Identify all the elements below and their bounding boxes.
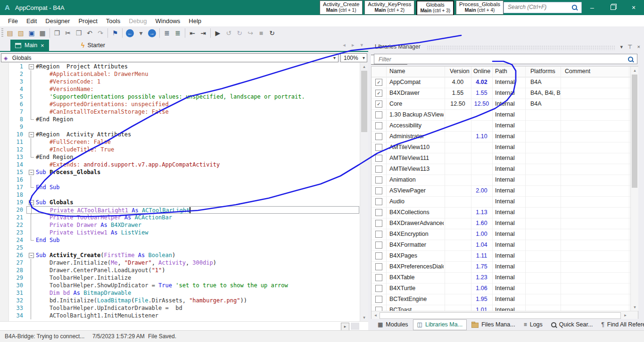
library-checkbox[interactable]: ✓	[375, 79, 382, 86]
menu-edit[interactable]: Edit	[22, 17, 41, 25]
library-checkbox[interactable]: ✓	[375, 100, 382, 108]
code-line-12[interactable]: 12 #IncludeTitle: True	[0, 146, 359, 153]
library-row-b4xpages[interactable]: B4XPages1.11Internal	[372, 250, 630, 262]
library-row-amtileview113[interactable]: AMTileView113Internal	[372, 164, 630, 175]
library-online-version[interactable]: 1.00	[471, 229, 492, 239]
fold-collapse-icon[interactable]: −	[26, 168, 36, 176]
restore-button[interactable]	[603, 0, 623, 15]
code-line-1[interactable]: 1−#Region Project Attributes	[0, 63, 359, 70]
code-line-19[interactable]: 19−Sub Globals	[0, 199, 359, 206]
menu-tools[interactable]: Tools	[102, 17, 124, 25]
panel-menu-icon[interactable]: ▾	[620, 44, 623, 50]
code-editor[interactable]: 1−#Region Project Attributes2 #Applicati…	[0, 63, 368, 321]
code-line-33[interactable]: 33 ToolbarHelper.UpIndicatorDrawable = b…	[0, 304, 359, 312]
code-line-30[interactable]: 30 ToolbarHelper.ShowUpIndicator = True …	[0, 282, 359, 289]
menu-windows[interactable]: Windows	[151, 17, 185, 25]
code-line-18[interactable]: 18	[0, 191, 359, 199]
library-online-version[interactable]: 1.13	[471, 207, 492, 217]
editor-tab-starter[interactable]: ϟ Starter	[75, 40, 111, 51]
library-online-version[interactable]: 2.00	[471, 185, 492, 196]
library-row-asviewpager[interactable]: ASViewPager2.00Internal	[372, 185, 630, 197]
library-checkbox[interactable]	[375, 285, 382, 292]
editor-vertical-scrollbar[interactable]: ▴ ▾	[360, 63, 368, 321]
code-line-9[interactable]: 9	[0, 123, 359, 131]
library-checkbox[interactable]	[375, 187, 382, 194]
library-online-version[interactable]: 1.10	[471, 131, 492, 142]
scroll-up-icon[interactable]: ▴	[361, 63, 368, 70]
fold-collapse-icon[interactable]: −	[26, 199, 36, 206]
tab-nav-arrows[interactable]: ◂ ▸ ▾	[343, 42, 365, 48]
search-box[interactable]	[504, 2, 582, 13]
library-row-b4xdrawer[interactable]: ✓B4XDrawer1.551.55InternalB4A, B4i, B4J	[372, 88, 630, 99]
library-checkbox[interactable]	[375, 166, 382, 173]
navigate-forward-button[interactable]: →	[148, 29, 156, 37]
tab-quick-sear[interactable]: Quick Sear...	[547, 320, 597, 330]
close-tab-icon[interactable]: ×	[41, 42, 44, 49]
column-header-online[interactable]: Online	[473, 67, 490, 76]
navigate-back-button[interactable]: ←	[126, 29, 134, 37]
scroll-down-icon[interactable]: ▾	[631, 304, 638, 310]
jump-tab-activity-keypress[interactable]: Activity_KeyPressMain (ctrl + 2)	[364, 0, 414, 15]
redo-button[interactable]: ↷	[95, 27, 106, 39]
step-out-button[interactable]: ↪	[245, 27, 256, 39]
library-row-b4xtable[interactable]: B4XTable1.23Internal	[372, 272, 630, 284]
copy-button[interactable]: ❐	[52, 27, 62, 39]
fold-collapse-icon[interactable]: −	[26, 63, 36, 70]
library-online-version[interactable]: 1.06	[471, 283, 492, 293]
code-line-15[interactable]: 15−Sub Process_Globals	[0, 168, 359, 176]
library-checkbox[interactable]	[375, 252, 382, 259]
scroll-right-icon[interactable]: ▸	[622, 312, 629, 318]
library-checkbox[interactable]	[375, 176, 382, 184]
code-line-31[interactable]: 31 Dim bd As BitmapDrawable	[0, 289, 359, 297]
tab-find-all-referen[interactable]: ¶Find All Referen...	[597, 320, 644, 330]
outdent-button[interactable]: ⇤	[187, 27, 198, 39]
scrollbar-thumb[interactable]	[380, 312, 621, 319]
jump-tab-globals[interactable]: GlobalsMain (ctrl + 3)	[416, 0, 454, 16]
scroll-up-icon[interactable]: ▴	[631, 67, 638, 74]
tab-logs[interactable]: ≡Logs	[520, 320, 546, 330]
library-filter-box[interactable]	[374, 54, 637, 64]
indent-button[interactable]: ⇥	[198, 27, 208, 39]
library-row-bctoast[interactable]: BCToast1.01Internal	[372, 305, 630, 311]
menu-help[interactable]: Help	[184, 17, 206, 25]
library-row-1-30-backup-asviewp[interactable]: 1.30 Backup ASViewPInternal	[372, 109, 630, 121]
library-row-b4xdraweradvanced[interactable]: B4XDrawerAdvanced1.60Internal	[372, 218, 630, 229]
library-row-accessibility[interactable]: AccessibilityInternal	[372, 120, 630, 132]
scrollbar-thumb[interactable]	[632, 75, 637, 188]
code-line-13[interactable]: 13#End Region	[0, 153, 359, 161]
library-row-appcompat[interactable]: ✓AppCompat4.004.02InternalB4A	[372, 77, 630, 88]
tab-modules[interactable]: ▦Modules	[374, 320, 412, 330]
zoom-dropdown[interactable]: 100% ▾	[340, 53, 367, 62]
code-line-8[interactable]: 8#End Region	[0, 116, 359, 123]
code-line-21[interactable]: 21 Private ToolbarHelper As ACActionBar	[0, 214, 359, 221]
library-checkbox[interactable]	[375, 263, 382, 270]
code-line-2[interactable]: 2 #ApplicationLabel: DrawerMenu	[0, 70, 359, 78]
library-checkbox[interactable]	[375, 155, 382, 162]
code-line-28[interactable]: 28 Drawer.CenterPanel.LoadLayout("1")	[0, 267, 359, 274]
search-icon[interactable]	[572, 5, 577, 10]
code-line-27[interactable]: 27 Drawer.Initialize(Me, "Drawer", Activ…	[0, 259, 359, 267]
column-header-path[interactable]: Path	[495, 67, 507, 76]
library-row-bctextengine[interactable]: BCTextEngine1.95Internal	[372, 294, 630, 305]
library-checkbox[interactable]	[375, 274, 382, 281]
menu-designer[interactable]: Designer	[41, 17, 74, 25]
library-online-version[interactable]: 4.02	[471, 77, 492, 87]
code-line-10[interactable]: 10−#Region Activity Attributes	[0, 131, 359, 138]
pin-icon[interactable]: ⊥	[627, 43, 632, 50]
library-online-version[interactable]: 1.60	[471, 218, 492, 228]
bookmark-button[interactable]: ⚑	[110, 27, 120, 39]
close-button[interactable]: ×	[623, 0, 644, 15]
library-row-b4xformatter[interactable]: B4XFormatter1.04Internal	[372, 240, 630, 251]
module-selector-dropdown[interactable]: ◈ Globals ▾	[1, 53, 339, 62]
library-checkbox[interactable]	[375, 231, 382, 238]
library-checkbox[interactable]	[375, 242, 382, 249]
library-row-administrator[interactable]: Administrator1.10Internal	[372, 131, 630, 142]
library-checkbox[interactable]	[375, 133, 382, 140]
stop-button[interactable]: ■	[256, 27, 266, 39]
cut-button[interactable]: ✂	[63, 27, 73, 39]
code-line-11[interactable]: 11 #FullScreen: False	[0, 138, 359, 146]
library-checkbox[interactable]	[375, 296, 382, 303]
code-line-17[interactable]: 17End Sub	[0, 184, 359, 191]
library-online-version[interactable]: 1.23	[471, 272, 492, 283]
code-line-23[interactable]: 23 Private ListView1 As ListView	[0, 229, 359, 236]
